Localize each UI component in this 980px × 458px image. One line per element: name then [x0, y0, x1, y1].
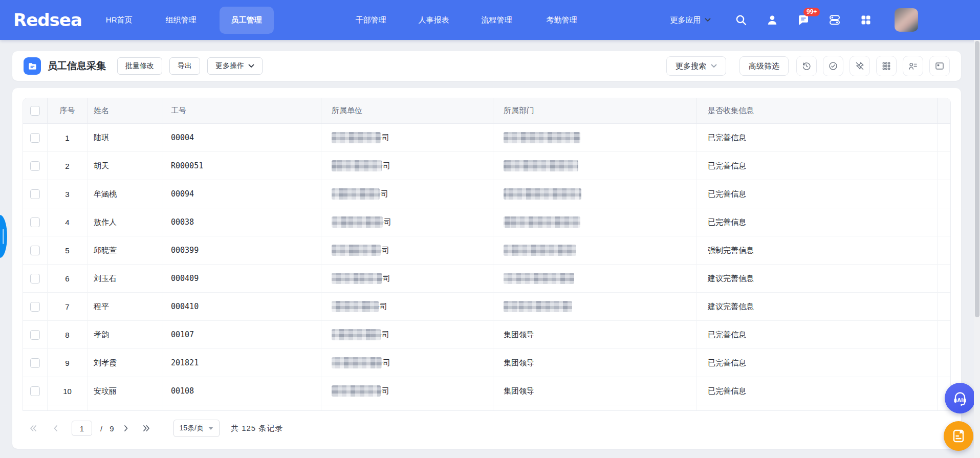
row-checkbox[interactable] — [30, 274, 40, 283]
seq-cell: 6 — [48, 265, 88, 293]
redacted-unit — [332, 216, 383, 228]
check-circle-icon — [828, 61, 838, 71]
table-row: 9刘孝霞201821公司集团领导已完善信息 — [23, 349, 950, 377]
seq-cell: 3 — [48, 180, 88, 208]
roster-icon — [908, 61, 918, 71]
nav-item-7[interactable]: 更多应用 — [670, 15, 711, 25]
browser-scrollbar[interactable] — [974, 40, 980, 458]
nav-item-label: 组织管理 — [166, 15, 197, 25]
row-checkbox[interactable] — [30, 386, 40, 396]
row-checkbox[interactable] — [30, 161, 40, 171]
employee-number: 000409 — [171, 274, 199, 283]
row-checkbox[interactable] — [30, 217, 40, 227]
nav-item-5[interactable]: 流程管理 — [482, 15, 512, 25]
toolbar: 员工信息采集 批量修改 导出 更多操作 更多搜索 高级筛选 — [12, 51, 961, 81]
nav-item-3[interactable]: 干部管理 — [356, 15, 386, 25]
header-label: 所属单位 — [332, 106, 362, 116]
status-cell: 已完善信息 — [696, 124, 938, 152]
apps-icon[interactable] — [859, 13, 873, 27]
chevron-down-icon — [711, 64, 717, 68]
row-checkbox-cell — [23, 152, 48, 180]
nav-item-4[interactable]: 人事报表 — [419, 15, 449, 25]
header-gutter-cell — [938, 98, 950, 124]
nav-item-1[interactable]: 组织管理 — [166, 15, 197, 25]
employee-number: 00004 — [171, 133, 194, 142]
card-view-button[interactable] — [929, 56, 950, 76]
table-row: 8孝韵00107公司集团领导已完善信息 — [23, 321, 950, 349]
row-checkbox[interactable] — [30, 302, 40, 312]
switch-icon[interactable] — [828, 13, 841, 27]
scrollbar-thumb[interactable] — [975, 41, 979, 317]
card-view-icon — [934, 61, 945, 71]
header-cell: 是否收集信息 — [696, 98, 938, 124]
check-circle-button[interactable] — [823, 56, 843, 76]
row-checkbox[interactable] — [30, 246, 40, 255]
row-checkbox[interactable] — [30, 358, 40, 368]
row-gutter-cell — [938, 265, 950, 293]
header-cell: 姓名 — [88, 98, 163, 124]
user-icon[interactable] — [766, 13, 779, 27]
nav-item-0[interactable]: HR首页 — [106, 15, 133, 25]
total-pages: 9 — [110, 424, 114, 433]
table-row: 10安玟丽00108公司集团领导已完善信息 — [23, 377, 950, 405]
redacted-dept — [504, 245, 576, 256]
seq-cell: 5 — [48, 236, 88, 265]
first-page-icon[interactable] — [29, 424, 38, 432]
emp-no-cell: 000410 — [163, 293, 321, 321]
seq-value: 3 — [65, 190, 69, 199]
more-search-button[interactable]: 更多搜索 — [666, 56, 726, 76]
collect-status: 已完善信息 — [708, 330, 746, 340]
export-button[interactable]: 导出 — [169, 57, 200, 75]
row-checkbox-cell — [23, 265, 48, 293]
more-operations-label: 更多操作 — [215, 61, 244, 71]
collect-status: 已完善信息 — [708, 161, 746, 171]
nav-item-label: 干部管理 — [356, 15, 386, 25]
message-icon[interactable]: 99+ — [797, 13, 810, 27]
collect-status: 已完善信息 — [708, 358, 746, 368]
journal-button[interactable] — [944, 421, 973, 451]
last-page-icon[interactable] — [142, 424, 151, 432]
page-size-select[interactable]: 15条/页 — [173, 420, 220, 437]
select-all-checkbox[interactable] — [30, 106, 40, 116]
header-label: 所属部门 — [504, 106, 534, 116]
seq-cell: 2 — [48, 152, 88, 180]
page-input[interactable] — [72, 421, 92, 436]
svg-text:AI: AI — [957, 397, 963, 403]
redacted-dept — [504, 188, 581, 200]
table-row: 2胡天R000051公司已完善信息 — [23, 152, 950, 180]
side-drawer-handle[interactable] — [0, 215, 7, 258]
unpin-button[interactable] — [850, 56, 870, 76]
redacted-unit — [332, 329, 381, 340]
header-label: 是否收集信息 — [708, 106, 754, 116]
prev-page-icon[interactable] — [51, 424, 60, 432]
status-cell: 已完善信息 — [696, 321, 938, 349]
ai-assistant-button[interactable]: AI — [945, 383, 975, 413]
more-operations-button[interactable]: 更多操作 — [207, 57, 263, 75]
journal-icon — [950, 427, 967, 445]
search-icon[interactable] — [734, 13, 748, 27]
user-avatar[interactable] — [895, 8, 918, 32]
roster-button[interactable] — [903, 56, 923, 76]
nav-item-6[interactable]: 考勤管理 — [547, 15, 577, 25]
row-gutter-cell — [938, 349, 950, 377]
table-row: 3牟涵桃00094公司已完善信息 — [23, 180, 950, 208]
table-body: 1陆琪00004公司已完善信息2胡天R000051公司已完善信息3牟涵桃0009… — [23, 124, 950, 411]
row-checkbox[interactable] — [30, 330, 40, 340]
row-checkbox[interactable] — [30, 189, 40, 199]
nav-item-label: 人事报表 — [419, 15, 449, 25]
advanced-filter-button[interactable]: 高级筛选 — [739, 56, 789, 76]
nav-item-2[interactable]: 员工管理 — [220, 7, 274, 34]
seq-cell: 9 — [48, 349, 88, 377]
next-page-icon[interactable] — [121, 424, 130, 432]
batch-edit-button[interactable]: 批量修改 — [117, 57, 162, 75]
grid-dots-button[interactable] — [876, 56, 897, 76]
name-cell: 邱晓萱 — [88, 236, 163, 265]
employee-number: 201821 — [171, 358, 199, 367]
toolbar-right: 更多搜索 高级筛选 — [666, 56, 950, 76]
redacted-unit — [332, 385, 381, 397]
refresh-history-button[interactable] — [796, 56, 817, 76]
dept-cell — [493, 152, 696, 180]
nav-item-label: 流程管理 — [482, 15, 512, 25]
unit-cell: 公司 — [321, 321, 493, 349]
row-checkbox[interactable] — [30, 133, 40, 143]
